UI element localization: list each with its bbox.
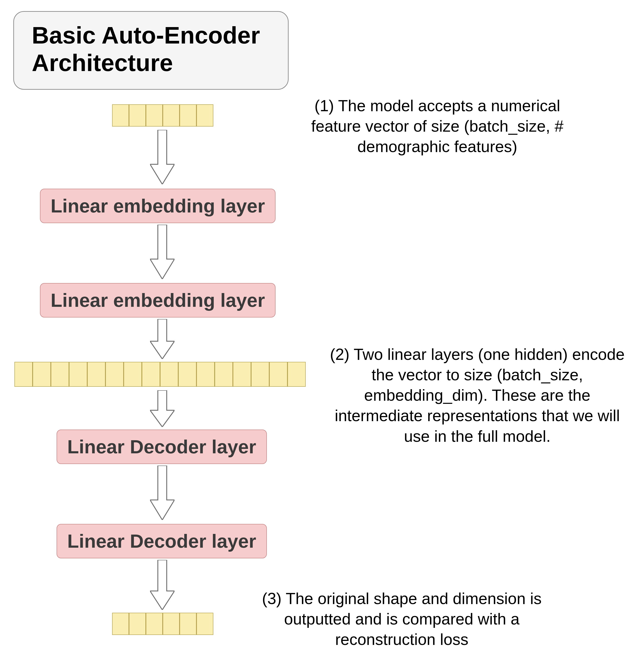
encoder-layer-1: Linear embedding layer: [40, 189, 276, 223]
input-vector: [112, 104, 213, 127]
vector-cell: [160, 362, 178, 387]
annotation-1: (1) The model accepts a numerical featur…: [289, 96, 586, 157]
decoder-layer-2: Linear Decoder layer: [57, 524, 267, 558]
decoder-layer-1-label: Linear Decoder layer: [67, 436, 256, 457]
annotation-2-text: (2) Two linear layers (one hidden) encod…: [330, 346, 624, 445]
vector-cell: [142, 362, 160, 387]
annotation-3: (3) The original shape and dimension is …: [246, 588, 557, 649]
output-vector: [112, 613, 213, 635]
vector-cell: [233, 362, 251, 387]
decoder-layer-2-label: Linear Decoder layer: [67, 530, 256, 552]
encoder-layer-2: Linear embedding layer: [40, 283, 276, 318]
arrow-down-icon: [150, 560, 174, 610]
vector-cell: [129, 613, 146, 635]
vector-cell: [179, 613, 197, 635]
vector-cell: [163, 104, 179, 127]
arrow-down-icon: [150, 466, 174, 520]
encoder-layer-2-label: Linear embedding layer: [50, 290, 265, 311]
vector-cell: [51, 362, 69, 387]
vector-cell: [179, 104, 197, 127]
encoder-layer-1-label: Linear embedding layer: [50, 195, 265, 217]
annotation-3-text: (3) The original shape and dimension is …: [262, 590, 541, 648]
title-box: Basic Auto-Encoder Architecture: [13, 11, 289, 90]
arrow-down-icon: [150, 130, 174, 184]
embedding-vector: [14, 362, 306, 387]
vector-cell: [197, 104, 213, 127]
vector-cell: [146, 104, 163, 127]
vector-cell: [112, 613, 129, 635]
vector-cell: [123, 362, 142, 387]
title-text: Basic Auto-Encoder Architecture: [32, 21, 270, 77]
vector-cell: [269, 362, 288, 387]
vector-cell: [33, 362, 51, 387]
vector-cell: [87, 362, 105, 387]
vector-cell: [197, 362, 215, 387]
vector-cell: [112, 104, 129, 127]
arrow-down-icon: [150, 390, 174, 427]
vector-cell: [69, 362, 87, 387]
vector-cell: [146, 613, 163, 635]
vector-cell: [105, 362, 123, 387]
annotation-2: (2) Two linear layers (one hidden) encod…: [326, 344, 628, 447]
vector-cell: [178, 362, 197, 387]
vector-cell: [163, 613, 179, 635]
vector-cell: [288, 362, 306, 387]
vector-cell: [215, 362, 233, 387]
vector-cell: [251, 362, 269, 387]
vector-cell: [14, 362, 33, 387]
annotation-1-text: (1) The model accepts a numerical featur…: [311, 97, 564, 156]
diagram-canvas: Basic Auto-Encoder Architecture Linear e…: [0, 0, 640, 672]
decoder-layer-1: Linear Decoder layer: [57, 429, 267, 464]
arrow-down-icon: [150, 319, 174, 359]
vector-cell: [129, 104, 146, 127]
arrow-down-icon: [150, 225, 174, 279]
vector-cell: [197, 613, 213, 635]
